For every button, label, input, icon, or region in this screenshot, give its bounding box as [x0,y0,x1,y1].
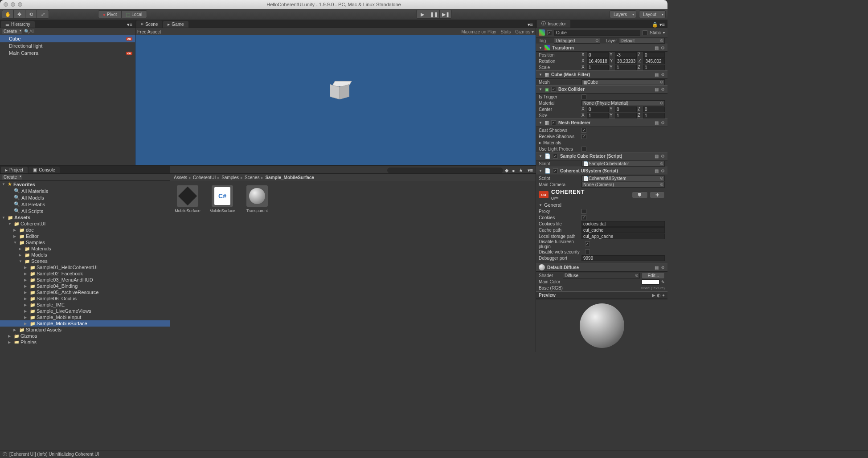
local-toggle[interactable]: ⬚Local [122,11,147,18]
folder-tree-item[interactable]: ▶ Sample01_HelloCoherentUI [0,264,170,270]
folder-tree-item[interactable]: ▶ Materials [0,245,170,252]
help-icon[interactable]: ▦ [655,265,659,270]
hierarchy-create-dropdown[interactable]: Create [2,29,22,34]
console-tab[interactable]: ▣ Console [29,167,60,173]
search-save-icon[interactable]: ★ [517,168,525,173]
zoom-window-button[interactable] [18,2,22,7]
asset-grid-item[interactable]: Transparent [244,185,270,213]
game-view[interactable]: Free Aspect Maximize on Play Stats Gizmo… [135,28,536,165]
project-search-input[interactable] [387,168,503,173]
receive-shadows-checkbox[interactable]: ✓ [581,134,586,139]
general-foldout[interactable]: ▼ [539,203,542,207]
center-y-field[interactable]: 0 [615,106,637,112]
disable-fullscreen-checkbox[interactable]: ✓ [585,241,590,246]
breadcrumb-segment[interactable]: CoherentUI [193,175,216,180]
assets-header[interactable]: ▼ Assets [0,214,170,221]
folder-tree-item[interactable]: ▼ CoherentUI [0,221,170,227]
scene-tab[interactable]: ⌗ Scene [136,20,162,28]
coherent-button-2[interactable]: ✚ [650,192,665,198]
layers-dropdown[interactable]: Layers [610,10,636,18]
center-z-field[interactable]: 0 [643,106,665,112]
breadcrumb-segment[interactable]: Assets [174,175,187,180]
object-name-field[interactable]: Cube [554,30,640,36]
gizmos-dropdown[interactable]: Gizmos ▾ [515,29,534,34]
help-icon[interactable]: ▦ [655,168,659,173]
component-gear-icon[interactable]: ⚙ [661,45,665,50]
favorites-header[interactable]: ▼★ Favorites [0,181,170,188]
favorite-search-item[interactable]: 🔍 All Materials [0,188,170,194]
script-enabled-checkbox[interactable]: ✓ [553,168,558,173]
hierarchy-panel-menu[interactable]: ▾≡ [124,22,135,28]
hand-tool-button[interactable]: ✋ [2,10,14,18]
mesh-object-field[interactable]: ▦ Cube [581,79,665,85]
folder-tree-item[interactable]: ▶ Editor [0,233,170,239]
stats-toggle[interactable]: Stats [501,29,511,34]
help-icon[interactable]: ▦ [655,45,659,50]
inspector-panel-menu[interactable]: 🔒 ▾≡ [649,22,667,28]
local-storage-path-field[interactable]: cui_app_cache [581,233,665,239]
folder-tree-item[interactable]: ▶ Sample_IME [0,302,170,308]
debugger-port-field[interactable]: 9999 [581,255,665,261]
rotation-z-field[interactable]: 345.002 [643,58,665,64]
help-icon[interactable]: ▦ [655,72,659,77]
static-dropdown[interactable]: ▾ [663,31,665,35]
size-y-field[interactable]: 1 [615,113,637,119]
layout-dropdown[interactable]: Layout [639,10,666,18]
folder-tree-item[interactable]: ▶ Standard Assets [0,327,170,333]
cast-shadows-checkbox[interactable]: ✓ [581,128,586,133]
size-z-field[interactable]: 1 [643,113,665,119]
mesh-renderer-enabled-checkbox[interactable]: ✓ [551,120,556,125]
play-button[interactable]: ▶ [417,10,428,18]
box-collider-enabled-checkbox[interactable]: ✓ [551,87,556,92]
folder-tree-item[interactable]: ▶ Sample_LiveGameViews [0,308,170,314]
foldout-arrow-icon[interactable]: ▼ [539,121,542,125]
hierarchy-tab[interactable]: ☰ Hierarchy [1,21,35,28]
search-type-icon[interactable]: ● [510,168,517,173]
pause-button[interactable]: ❚❚ [428,10,440,18]
project-tab[interactable]: ▸ Project [1,167,28,173]
pivot-toggle[interactable]: ●Pivot [98,11,122,18]
rotation-x-field[interactable]: 16.49918 [587,58,609,64]
materials-foldout[interactable]: ▶ [539,141,541,145]
folder-tree-item[interactable]: ▶ doc [0,227,170,233]
step-button[interactable]: ▶❚ [440,10,451,18]
eyedropper-icon[interactable]: ✎ [661,280,665,284]
position-z-field[interactable]: 0 [643,52,665,58]
foldout-arrow-icon[interactable]: ▼ [539,169,542,173]
script-object-field[interactable]: 📄 CoherentUISystem [581,176,665,181]
layer-dropdown[interactable]: Default [619,38,665,44]
move-tool-button[interactable]: ✥ [14,10,25,18]
favorite-search-item[interactable]: 🔍 All Scripts [0,208,170,214]
position-x-field[interactable]: 0 [587,52,609,58]
static-checkbox[interactable] [643,30,647,35]
coherent-button-1[interactable]: ⛊ [632,192,648,198]
cookies-file-field[interactable]: cookies.dat [581,221,665,227]
scale-z-field[interactable]: 1 [643,65,665,70]
main-color-field[interactable] [642,279,659,285]
game-panel-menu[interactable]: ▾≡ [525,22,536,28]
game-tab[interactable]: ▸ Game [163,21,188,28]
component-gear-icon[interactable]: ⚙ [661,154,665,159]
shader-edit-button[interactable]: Edit... [642,272,665,279]
aspect-dropdown[interactable]: Free Aspect [137,29,161,34]
script-object-field[interactable]: 📄 SampleCubeRotator [581,161,665,167]
component-gear-icon[interactable]: ⚙ [661,120,665,125]
breadcrumb-segment[interactable]: Scenes [245,175,259,180]
folder-tree-item[interactable]: ▶ Sample03_MenuAndHUD [0,277,170,283]
scale-y-field[interactable]: 1 [615,65,637,70]
main-camera-object-field[interactable]: None (Camera) [581,182,665,188]
foldout-arrow-icon[interactable]: ▼ [539,73,542,77]
minimize-window-button[interactable] [11,2,15,7]
scale-tool-button[interactable]: ⤢ [37,10,49,18]
texture-slot[interactable]: None (Texture) [641,286,665,290]
hierarchy-item[interactable]: Directional light [0,42,135,49]
foldout-arrow-icon[interactable]: ▼ [539,87,542,91]
folder-tree-item[interactable]: ▼ Scenes [0,258,170,264]
cookies-checkbox[interactable]: ✓ [581,215,586,220]
script-enabled-checkbox[interactable]: ✓ [553,154,558,159]
asset-grid-item[interactable]: MobileSurface [175,185,201,213]
asset-grid-item[interactable]: C#MobileSurface [209,185,235,213]
rotate-tool-button[interactable]: ⟲ [25,10,37,18]
help-icon[interactable]: ▦ [655,154,659,159]
favorite-search-item[interactable]: 🔍 All Models [0,194,170,201]
